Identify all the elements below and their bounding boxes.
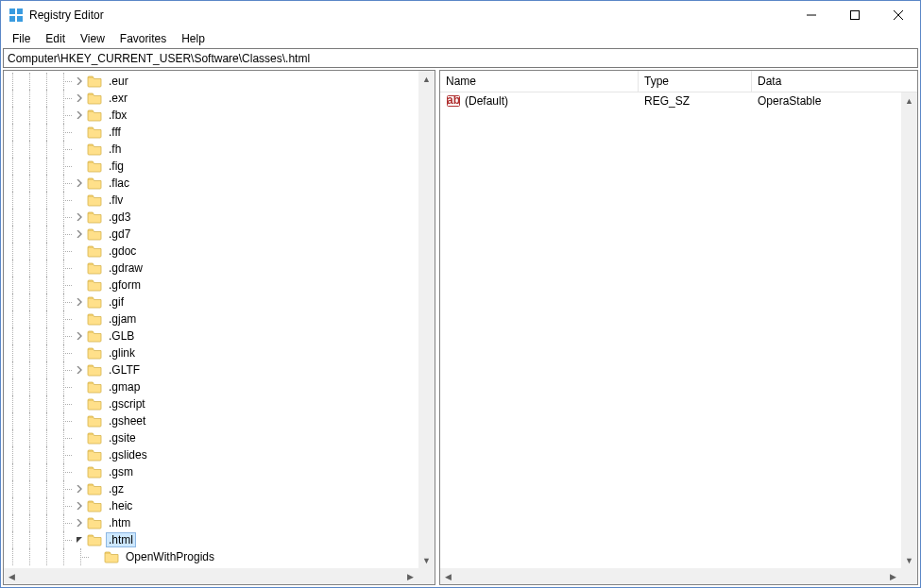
tree-row[interactable]: .gjam <box>4 311 418 328</box>
tree-row[interactable]: .flac <box>4 175 418 192</box>
tree-label[interactable]: .gif <box>106 294 127 310</box>
tree-label[interactable]: .fbx <box>106 108 129 123</box>
tree-label[interactable]: .gslides <box>106 447 150 462</box>
tree-label[interactable]: .gmap <box>106 379 143 395</box>
tree-label[interactable]: .gsite <box>106 430 139 445</box>
tree-label[interactable]: .GLTF <box>106 362 143 378</box>
address-bar[interactable] <box>3 48 918 68</box>
tree-row[interactable]: .flv <box>4 192 418 209</box>
chevron-right-icon[interactable] <box>72 226 87 243</box>
scroll-left-icon[interactable]: ◀ <box>4 568 20 584</box>
tree-label[interactable]: .gdoc <box>106 244 139 259</box>
scroll-up-icon[interactable]: ▲ <box>418 71 435 87</box>
tree-label[interactable]: .htm <box>106 515 133 530</box>
chevron-right-icon[interactable] <box>72 514 87 531</box>
chevron-right-icon[interactable] <box>72 480 87 497</box>
tree-vertical-scrollbar[interactable]: ▲ ▼ <box>418 71 435 568</box>
scroll-down-icon[interactable]: ▼ <box>418 552 435 568</box>
tree-row[interactable]: .heic <box>4 497 418 514</box>
tree-label[interactable]: .flv <box>106 193 126 208</box>
menu-edit[interactable]: Edit <box>38 30 73 47</box>
tree-row[interactable]: .gsite <box>4 429 418 446</box>
column-header-data[interactable]: Data <box>752 71 917 92</box>
tree-row[interactable]: .gmap <box>4 378 418 395</box>
tree-label[interactable]: .gform <box>106 277 144 293</box>
tree-label[interactable]: .html <box>106 532 136 547</box>
tree-row[interactable]: .fff <box>4 124 418 141</box>
tree-row[interactable]: .gdraw <box>4 260 418 277</box>
chevron-right-icon[interactable] <box>72 328 87 344</box>
tree-row[interactable]: .html <box>4 531 418 548</box>
tree-row[interactable]: .gsheet <box>4 412 418 429</box>
tree-label[interactable]: .gd7 <box>106 227 133 242</box>
menu-view[interactable]: View <box>73 30 112 47</box>
tree-label[interactable]: OpenWithProgids <box>123 549 217 564</box>
scroll-left-icon[interactable]: ◀ <box>440 568 456 584</box>
tree-label[interactable]: .heic <box>106 498 135 513</box>
chevron-right-icon[interactable] <box>72 209 87 226</box>
tree-row[interactable]: .fh <box>4 141 418 158</box>
tree-row[interactable]: .gsm <box>4 463 418 480</box>
tree-row[interactable]: .gscript <box>4 395 418 412</box>
chevron-right-icon <box>72 243 87 260</box>
tree-row[interactable]: .GLB <box>4 328 418 344</box>
tree-label[interactable]: .fh <box>106 142 124 157</box>
column-header-type[interactable]: Type <box>639 71 752 92</box>
tree-row[interactable]: .glink <box>4 344 418 361</box>
scroll-up-icon[interactable]: ▲ <box>901 92 917 109</box>
tree-label[interactable]: .exr <box>106 91 130 106</box>
tree-row[interactable]: .exr <box>4 90 418 107</box>
tree-row[interactable]: OpenWithProgids <box>4 548 418 565</box>
chevron-right-icon[interactable] <box>72 497 87 514</box>
menu-file[interactable]: File <box>5 30 38 47</box>
tree-row[interactable]: .fbx <box>4 107 418 124</box>
tree-row[interactable]: .gform <box>4 277 418 294</box>
values-list[interactable]: ab (Default) REG_SZ OperaStable <box>440 92 901 568</box>
tree-horizontal-scrollbar[interactable]: ◀ ▶ <box>4 568 418 584</box>
tree-label[interactable]: .GLB <box>106 328 137 344</box>
tree-row[interactable]: .gif <box>4 294 418 311</box>
list-vertical-scrollbar[interactable]: ▲ ▼ <box>901 92 917 568</box>
chevron-right-icon[interactable] <box>72 90 87 107</box>
address-input[interactable] <box>4 51 917 66</box>
chevron-right-icon[interactable] <box>72 107 87 124</box>
tree-row[interactable]: .gdoc <box>4 243 418 260</box>
scroll-right-icon[interactable]: ▶ <box>885 568 901 584</box>
tree-row[interactable]: .gz <box>4 480 418 497</box>
tree-row[interactable]: .eur <box>4 73 418 90</box>
tree-label[interactable]: .eur <box>106 74 131 89</box>
tree-label[interactable]: .gjam <box>106 311 139 327</box>
chevron-right-icon[interactable] <box>72 73 87 90</box>
tree-row[interactable]: .gd7 <box>4 226 418 243</box>
menu-favorites[interactable]: Favorites <box>112 30 174 47</box>
tree-row[interactable]: .fig <box>4 158 418 175</box>
tree-label[interactable]: .gscript <box>106 396 148 412</box>
chevron-right-icon[interactable] <box>72 361 87 378</box>
tree-label[interactable]: .fig <box>106 159 127 174</box>
list-item[interactable]: ab (Default) REG_SZ OperaStable <box>440 92 901 109</box>
tree-label[interactable]: .gsm <box>106 464 136 479</box>
tree-row[interactable]: .gd3 <box>4 209 418 226</box>
tree-label[interactable]: .gz <box>106 481 127 496</box>
tree-label[interactable]: .fff <box>106 125 124 140</box>
tree-row[interactable]: .GLTF <box>4 361 418 378</box>
tree-label[interactable]: .glink <box>106 345 138 361</box>
tree-row[interactable]: .gslides <box>4 446 418 463</box>
tree-label[interactable]: .flac <box>106 176 132 191</box>
chevron-down-icon[interactable] <box>72 531 87 548</box>
tree-label[interactable]: .gdraw <box>106 260 145 276</box>
chevron-right-icon[interactable] <box>72 294 87 311</box>
registry-tree[interactable]: .eur.exr.fbx.fff.fh.fig.flac.flv.gd3.gd7… <box>4 71 418 568</box>
chevron-right-icon[interactable] <box>72 175 87 192</box>
tree-label[interactable]: .gsheet <box>106 413 148 428</box>
tree-label[interactable]: .gd3 <box>106 210 133 225</box>
scroll-right-icon[interactable]: ▶ <box>402 568 418 584</box>
tree-row[interactable]: .htm <box>4 514 418 531</box>
maximize-button[interactable] <box>833 1 877 29</box>
close-button[interactable] <box>877 1 920 29</box>
list-horizontal-scrollbar[interactable]: ◀ ▶ <box>440 568 901 584</box>
minimize-button[interactable] <box>790 1 833 29</box>
menu-help[interactable]: Help <box>174 30 213 47</box>
column-header-name[interactable]: Name <box>440 71 639 92</box>
scroll-down-icon[interactable]: ▼ <box>901 552 917 568</box>
